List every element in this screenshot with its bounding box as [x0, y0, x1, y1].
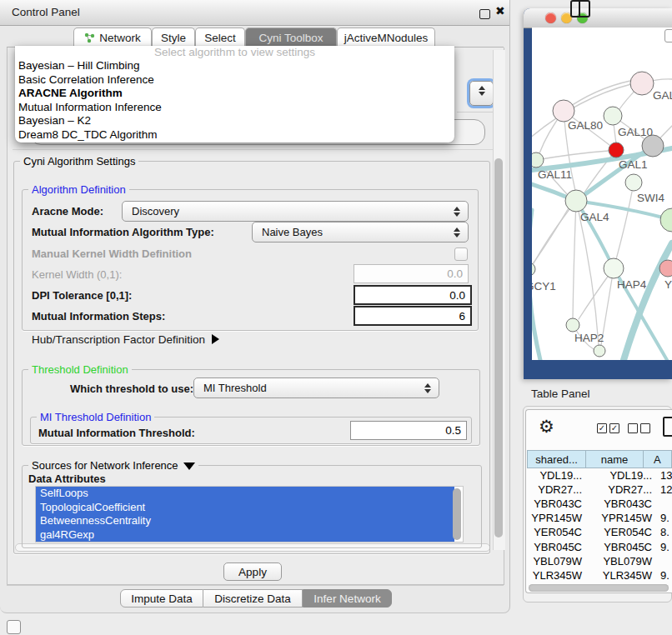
data-attribute-item[interactable]: gal4RGexp — [36, 528, 454, 542]
tab-cyni-toolbox[interactable]: Cyni Toolbox — [245, 28, 337, 48]
network-node[interactable] — [532, 152, 544, 168]
network-node-label: Y — [664, 278, 672, 291]
kernel-width-field[interactable]: 0.0 — [354, 264, 469, 283]
network-node[interactable] — [625, 174, 642, 191]
network-node[interactable] — [532, 262, 535, 276]
panel-corner-icon[interactable] — [7, 620, 21, 634]
table-row[interactable]: YER054CYER054C8. — [527, 525, 672, 539]
float-window-icon[interactable] — [479, 9, 490, 19]
column-header[interactable]: A — [643, 450, 672, 468]
table-cell: 9. — [659, 569, 672, 582]
network-node[interactable] — [659, 260, 672, 277]
table-cell: YBR045C — [594, 541, 659, 553]
close-traffic-light[interactable] — [545, 12, 556, 23]
table-cell: YLR345W — [527, 569, 594, 582]
network-node-label: GCY1 — [532, 280, 556, 292]
apply-button[interactable]: Apply — [223, 562, 282, 581]
mi-type-combo[interactable]: Naive Bayes — [252, 222, 469, 242]
table-cell: YBR043C — [527, 498, 594, 510]
attributes-scrollbar-thumb[interactable] — [453, 488, 461, 540]
table-row[interactable]: YLR345WYLR345W9. — [527, 568, 672, 582]
network-edge[interactable] — [614, 192, 632, 268]
network-node[interactable] — [594, 345, 605, 357]
collapse-down-icon — [183, 462, 195, 470]
network-canvas[interactable]: GALGAL80GAL10GAL1GAL11SWI4GAL4GCY1HAP4YH… — [532, 28, 672, 360]
network-node-label: SWI4 — [637, 192, 664, 204]
sources-toggle[interactable]: Sources for Network Inference — [28, 459, 198, 472]
table-row[interactable]: YBR045CYBR045C9. — [527, 539, 672, 553]
network-edge[interactable] — [536, 151, 609, 160]
mi-type-label: Mutual Information Algorithm Type: — [32, 226, 214, 238]
dpi-tolerance-field[interactable]: 0.0 — [354, 285, 472, 305]
tab-select[interactable]: Select — [195, 28, 245, 48]
expand-right-icon — [212, 334, 219, 344]
tab-label: Impute Data — [131, 592, 193, 605]
tab-style[interactable]: Style — [152, 28, 195, 48]
network-node[interactable] — [630, 72, 654, 95]
tab-network[interactable]: Network — [73, 28, 152, 48]
checked-checkbox-icon[interactable]: ✓ — [597, 423, 607, 433]
data-attributes-list[interactable]: SelfLoopsTopologicalCoefficientBetweenne… — [35, 486, 464, 542]
unchecked-checkbox-icon[interactable] — [628, 423, 638, 433]
algorithm-option[interactable]: ARACNE Algorithm — [15, 87, 454, 101]
group-title: MI Threshold Definition — [37, 411, 154, 423]
hidden-group-edge — [457, 112, 494, 112]
data-attribute-item[interactable]: BetweennessCentrality — [36, 514, 454, 528]
mi-threshold-field[interactable]: 0.5 — [350, 421, 467, 440]
algorithm-option[interactable]: Basic Correlation Inference — [15, 73, 454, 88]
manual-kernel-checkbox[interactable] — [454, 248, 468, 261]
table-horizontal-scrollbar-thumb[interactable] — [529, 584, 669, 592]
network-node[interactable] — [565, 190, 587, 212]
network-edge[interactable] — [532, 207, 569, 269]
combo-value: MI Threshold — [203, 382, 267, 394]
manual-kernel-label: Manual Kernel Width Definition — [32, 248, 192, 260]
settings-vertical-scrollbar-thumb[interactable] — [494, 158, 503, 538]
tab-impute-data[interactable]: Impute Data — [120, 589, 203, 608]
table-cell: YBR043C — [594, 498, 659, 510]
network-node[interactable] — [604, 107, 622, 125]
table-cell: YBL079W — [594, 555, 659, 568]
network-node-label: GAL1 — [619, 158, 648, 171]
gear-icon[interactable]: ⚙ — [539, 417, 554, 437]
network-node[interactable] — [604, 258, 624, 278]
column-header[interactable]: shared... — [527, 450, 585, 468]
network-node[interactable] — [660, 208, 672, 232]
network-node[interactable] — [566, 318, 579, 332]
stepper-arrows-icon — [454, 228, 460, 238]
table-row[interactable]: YDL19...YDL19...13 — [527, 468, 672, 482]
column-header[interactable]: name — [585, 450, 642, 468]
table-header: shared... name A — [527, 450, 672, 468]
which-threshold-combo[interactable]: MI Threshold — [193, 378, 439, 398]
page-icon[interactable] — [663, 417, 672, 437]
mi-steps-label: Mutual Information Steps: — [32, 310, 165, 322]
tab-jactivemnodules[interactable]: jActiveMNodules — [337, 28, 435, 48]
tab-label: jActiveMNodules — [344, 32, 429, 44]
columns-icon[interactable] — [570, 0, 590, 18]
algorithm-option[interactable]: Bayesian – Hill Climbing — [15, 59, 454, 73]
data-attribute-item[interactable]: SelfLoops — [36, 487, 454, 501]
tab-label: Network — [99, 32, 141, 44]
tab-label: Style — [161, 32, 186, 44]
algorithm-option[interactable]: Mutual Information Inference — [15, 101, 454, 115]
close-icon[interactable]: ✖ — [495, 4, 505, 18]
aracne-mode-combo[interactable]: Discovery — [122, 201, 469, 222]
algorithm-option[interactable]: Dream8 DC_TDC Algorithm — [15, 128, 454, 142]
unchecked-checkbox-icon[interactable] — [640, 423, 650, 433]
tab-infer-network[interactable]: Infer Network — [303, 589, 392, 608]
tab-discretize-data[interactable]: Discretize Data — [203, 589, 303, 608]
mi-steps-field[interactable]: 6 — [354, 306, 472, 326]
network-node[interactable] — [609, 142, 624, 158]
table-cell: YER054C — [527, 526, 594, 538]
data-attribute-item[interactable]: TopologicalCoefficient — [36, 501, 454, 515]
birdseye-toggle[interactable] — [664, 29, 672, 42]
table-row[interactable]: YBL079WYBL079W — [527, 554, 672, 568]
algorithm-option[interactable]: Bayesian – K2 — [15, 114, 454, 128]
checked-checkbox-icon[interactable]: ✓ — [609, 423, 619, 433]
hub-definition-toggle[interactable]: Hub/Transcription Factor Definition — [32, 333, 219, 346]
network-edge[interactable] — [573, 201, 576, 318]
network-edge[interactable] — [584, 150, 616, 192]
table-row[interactable]: YDR27...YDR27...12 — [527, 482, 672, 497]
focused-combo-stepper[interactable] — [469, 81, 494, 106]
table-row[interactable]: YPR145WYPR145W9. — [527, 511, 672, 525]
table-row[interactable]: YBR043CYBR043C — [527, 497, 672, 511]
